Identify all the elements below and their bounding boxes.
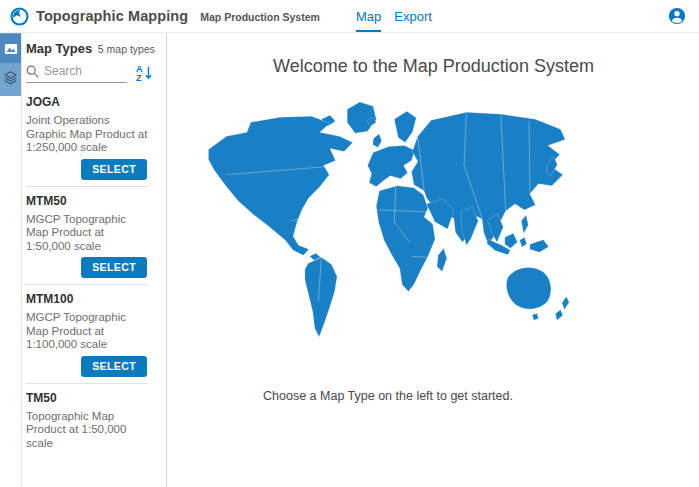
map-types-sidebar: Map Types 5 map types A Z xyxy=(0,33,167,487)
sidebar-icon-rail xyxy=(0,33,22,487)
app-header: Topographic Mapping Map Production Syste… xyxy=(0,0,699,33)
svg-text:A: A xyxy=(136,64,143,74)
header-tabs: Map Export xyxy=(356,0,432,32)
account-icon[interactable] xyxy=(668,7,686,25)
map-type-name: JOGA xyxy=(26,94,148,109)
layers-icon xyxy=(3,70,18,85)
map-type-description: Topographic Map Product at 1:50,000 scal… xyxy=(26,410,148,451)
tab-map[interactable]: Map xyxy=(356,0,381,32)
search-input[interactable] xyxy=(44,64,114,78)
map-type-name: MTM50 xyxy=(26,193,148,208)
map-view-icon xyxy=(4,42,18,56)
welcome-heading: Welcome to the Map Production System xyxy=(168,56,699,77)
app-title: Topographic Mapping xyxy=(36,8,188,24)
brand: Topographic Mapping Map Production Syste… xyxy=(10,7,320,26)
map-types-panel: Map Types 5 map types A Z xyxy=(23,33,166,487)
main-content: Welcome to the Map Production System xyxy=(168,33,699,487)
search-icon xyxy=(26,65,39,78)
map-type-list-item: MTM100 MGCP Topographic Map Product at 1… xyxy=(26,285,148,384)
map-type-list-item: MTM50 MGCP Topographic Map Product at 1:… xyxy=(26,187,148,286)
world-map-graphic xyxy=(192,90,584,342)
map-type-description: MGCP Topographic Map Product at 1:100,00… xyxy=(26,311,148,352)
rail-tab-map-types[interactable] xyxy=(0,34,21,63)
map-type-list-item: TM50 Topographic Map Product at 1:50,000… xyxy=(26,384,148,451)
sort-a-to-z-icon[interactable]: A Z xyxy=(136,63,153,82)
map-type-count: 5 map types xyxy=(98,43,155,55)
globe-logo-icon xyxy=(10,7,29,26)
map-type-description: MGCP Topographic Map Product at 1:50,000… xyxy=(26,213,148,254)
search-box xyxy=(26,64,127,83)
select-map-type-button[interactable]: SELECT xyxy=(81,356,147,377)
map-type-name: TM50 xyxy=(26,390,148,405)
rail-tab-layers[interactable] xyxy=(0,63,21,92)
tab-export[interactable]: Export xyxy=(394,0,432,32)
select-map-type-button[interactable]: SELECT xyxy=(81,257,147,278)
app-subtitle: Map Production System xyxy=(200,11,320,23)
map-type-description: Joint Operations Graphic Map Product at … xyxy=(26,114,148,155)
select-map-type-button[interactable]: SELECT xyxy=(81,159,147,180)
panel-title: Map Types xyxy=(26,41,92,56)
map-type-list-item: JOGA Joint Operations Graphic Map Produc… xyxy=(26,88,148,187)
svg-text:Z: Z xyxy=(136,73,142,82)
map-type-name: MTM100 xyxy=(26,291,148,306)
map-column: Choose a Map Type on the left to get sta… xyxy=(168,90,608,403)
map-type-list: JOGA Joint Operations Graphic Map Produc… xyxy=(26,88,148,450)
get-started-caption: Choose a Map Type on the left to get sta… xyxy=(168,389,608,403)
app-window: Topographic Mapping Map Production Syste… xyxy=(0,0,699,487)
